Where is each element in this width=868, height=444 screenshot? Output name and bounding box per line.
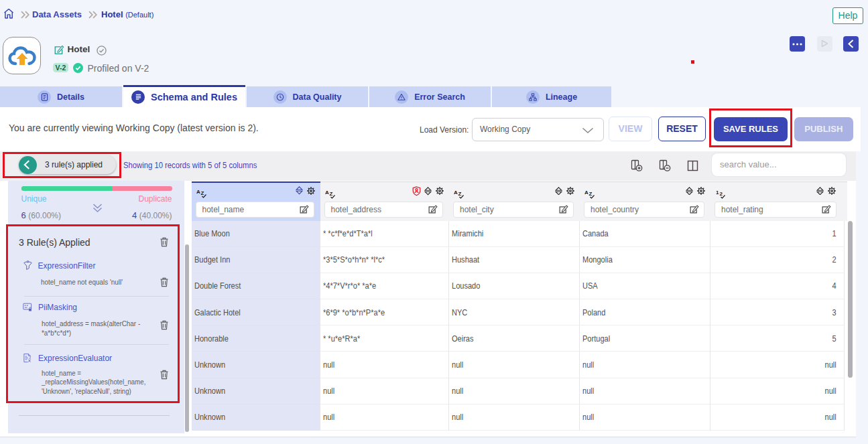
svg-text:Z: Z (589, 191, 593, 197)
svg-text:A: A (584, 190, 588, 196)
svg-text:Z: Z (329, 191, 332, 197)
svg-text:Z: Z (458, 191, 462, 197)
svg-text:2: 2 (720, 191, 723, 197)
svg-text:Z: Z (200, 190, 204, 196)
svg-text:A: A (325, 190, 329, 196)
svg-text:1: 1 (716, 190, 719, 196)
svg-text:A: A (454, 190, 458, 196)
svg-text:A: A (196, 189, 200, 195)
